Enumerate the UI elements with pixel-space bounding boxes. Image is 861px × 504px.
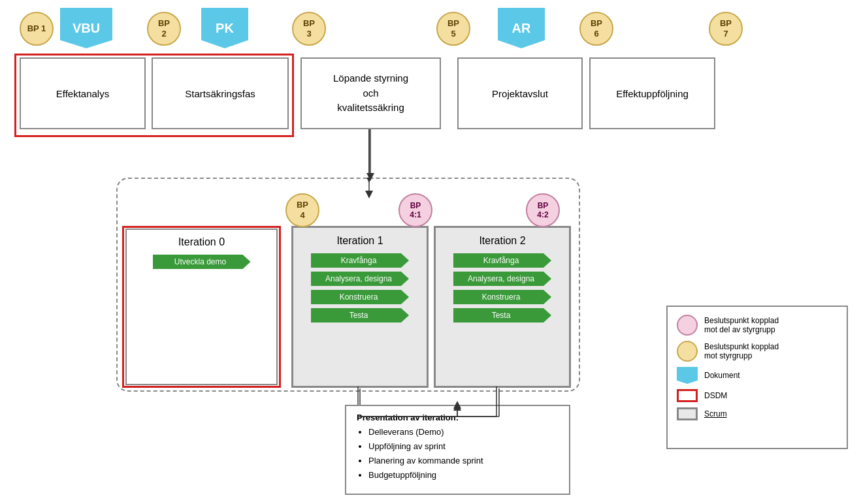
diagram-container: BP 1 BP2 BP3 BP5 BP6 BP7 VBU PK AR Effek… — [0, 0, 861, 504]
iteration2-title: Iteration 2 — [479, 235, 525, 247]
iteration1-box: Iteration 1 Kravfånga Analysera, designa… — [295, 228, 425, 385]
vbu-banner: VBU — [60, 8, 112, 48]
iteration1-task-konstruera: Konstruera — [311, 290, 409, 304]
iteration2-task-konstruera: Konstruera — [453, 290, 551, 304]
iteration1-task-analysera: Analysera, designa — [311, 272, 409, 286]
bp3-circle: BP3 — [292, 12, 326, 46]
iteration2-task-kravfanga: Kravfånga — [453, 253, 551, 268]
legend-red-shape — [677, 389, 698, 402]
iteration0-box: Iteration 0 Utveckla demo — [125, 228, 278, 385]
startsäkringsfas-box: Startsäkringsfas — [152, 57, 289, 129]
legend-blue-shape — [677, 367, 698, 384]
iteration2-task-testa: Testa — [453, 308, 551, 323]
effektuppfoljning-box: Effektuppföljning — [589, 57, 715, 129]
legend-gray-label: Scrum — [704, 409, 727, 418]
bp7-circle: BP7 — [709, 12, 743, 46]
legend-item-blue: Dokument — [677, 367, 837, 384]
presentation-box: Presentation av iteration: Delleverans (… — [345, 405, 570, 495]
iteration1-title: Iteration 1 — [336, 235, 383, 247]
iteration1-task-kravfanga: Kravfånga — [311, 253, 409, 268]
presentation-item-2: Uppföljning av sprint — [368, 439, 559, 454]
legend-blue-label: Dokument — [704, 371, 740, 380]
legend-pink-label: Beslutspunkt koppladmot del av styrgrupp — [704, 316, 779, 334]
legend-item-gray: Scrum — [677, 407, 837, 420]
legend-gray-shape — [677, 407, 698, 420]
legend-tan-circle — [677, 341, 698, 362]
bp4-circle: BP4 — [285, 193, 319, 227]
iteration0-title: Iteration 0 — [178, 236, 225, 248]
bp6-circle: BP6 — [579, 12, 613, 46]
bp4-2-circle: BP4:2 — [526, 193, 560, 227]
ar-banner: AR — [498, 8, 545, 48]
legend-pink-circle — [677, 315, 698, 336]
presentation-item-1: Delleverans (Demo) — [368, 425, 559, 439]
legend-item-red: DSDM — [677, 389, 837, 402]
iteration1-task-testa: Testa — [311, 308, 409, 323]
legend-tan-label: Beslutspunkt koppladmot styrgrupp — [704, 342, 779, 360]
bp1-circle: BP 1 — [20, 12, 54, 46]
bp4-1-circle: BP4:1 — [398, 193, 432, 227]
effektanalys-box: Effektanalys — [20, 57, 146, 129]
presentation-title: Presentation av iteration: — [357, 413, 559, 422]
iteration2-box: Iteration 2 Kravfånga Analysera, designa… — [437, 228, 568, 385]
bp5-circle: BP5 — [436, 12, 470, 46]
presentation-item-3: Planering av kommande sprint — [368, 454, 559, 468]
legend-item-tan: Beslutspunkt koppladmot styrgrupp — [677, 341, 837, 362]
projektavslut-box: Projektavslut — [457, 57, 583, 129]
presentation-item-4: Budgetuppföljning — [368, 468, 559, 482]
bp2-circle: BP2 — [147, 12, 181, 46]
iteration2-task-analysera: Analysera, designa — [453, 272, 551, 286]
legend-box: Beslutspunkt koppladmot del av styrgrupp… — [666, 306, 848, 449]
legend-red-label: DSDM — [704, 391, 727, 400]
lopande-box: Löpande styrningochkvalitetssäkring — [301, 57, 441, 129]
legend-item-pink: Beslutspunkt koppladmot del av styrgrupp — [677, 315, 837, 336]
pk-banner: PK — [201, 8, 248, 48]
iteration0-task: Utveckla demo — [153, 255, 251, 269]
